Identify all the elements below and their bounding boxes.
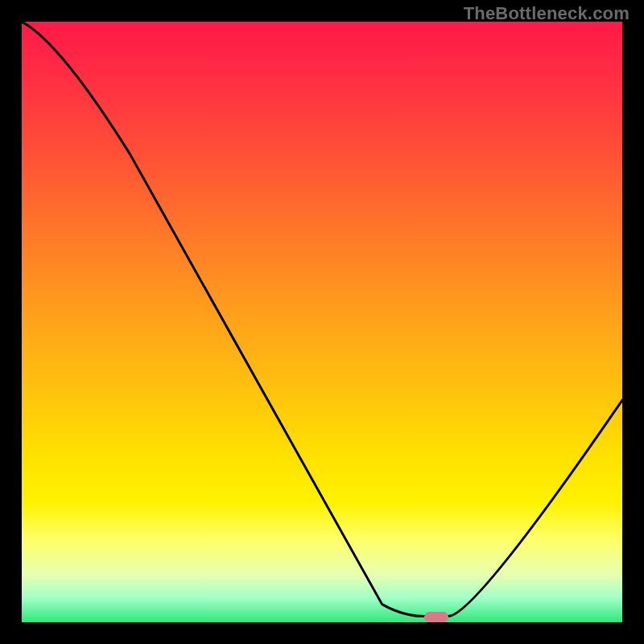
- chart-container: TheBottleneck.com: [0, 0, 644, 644]
- plot-area: [22, 22, 622, 622]
- curve-svg: [22, 22, 622, 622]
- optimum-marker: [424, 612, 448, 622]
- bottleneck-curve-path: [22, 22, 622, 617]
